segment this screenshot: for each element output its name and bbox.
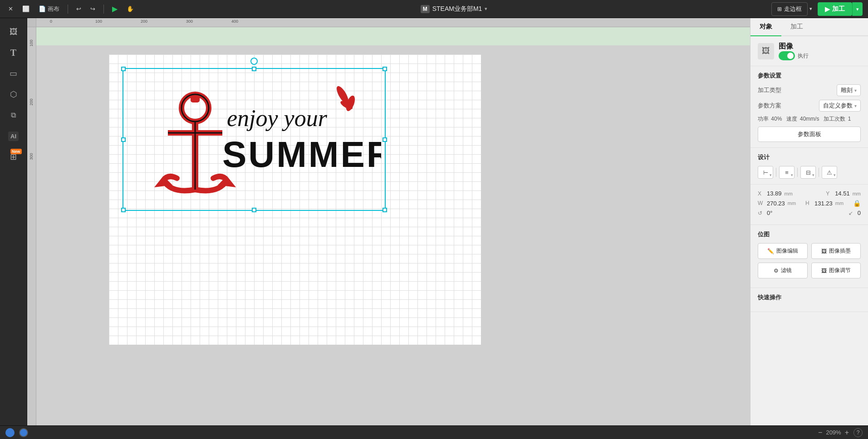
process-type-dropdown[interactable]: 雕刻 ▾ (837, 84, 861, 96)
filter-button[interactable]: ⚙ 滤镜 (758, 263, 808, 278)
undo-button[interactable]: ↩ (74, 4, 84, 14)
design-icons-row: ⊢ ▾ ≡ ▾ ⊟ ▾ ⚠ ▾ (758, 166, 861, 179)
sidebar-item-copy[interactable]: ⧉ (5, 106, 23, 124)
y-label: Y (826, 190, 832, 197)
x-coord-row: X 13.89 mm Y 14.51 mm (758, 190, 861, 197)
bitmap-section: 位图 ✏️ 图像编辑 🖼 图像插墨 ⚙ 滤镜 🖼 图像调节 (750, 225, 868, 288)
process-type-label: 加工类型 (758, 86, 781, 94)
main-area: 🖼 T ▭ ⬡ ⧉ AI New ⊞ 0 100 200 (0, 18, 868, 425)
bottom-circle-2[interactable] (19, 428, 28, 437)
bottom-bar: − 209% + ? (0, 425, 868, 439)
distribute-btn[interactable]: ⊟ ▾ (800, 166, 816, 179)
distribute-icon: ⊟ (806, 169, 811, 176)
image-icon-box: 🖼 (758, 43, 774, 59)
process-button[interactable]: ▶ 加工 (818, 2, 852, 16)
process-dropdown-button[interactable]: ▾ (852, 2, 863, 16)
align-left-icon: ⊢ (763, 169, 768, 176)
process-group: ▶ 加工 ▾ (818, 2, 863, 16)
design-title: 设计 (758, 153, 861, 161)
redo-button[interactable]: ↪ (88, 4, 98, 14)
tab-process[interactable]: 加工 (781, 18, 812, 36)
layer-indicator[interactable] (5, 428, 15, 437)
copy-icon: ⧉ (11, 111, 16, 119)
bitmap-actions: ✏️ 图像编辑 🖼 图像插墨 ⚙ 滤镜 🖼 图像调节 (758, 243, 861, 278)
hand-tool-button[interactable]: ✋ (124, 4, 137, 14)
scheme-value: 自定义参数 (823, 102, 853, 110)
chevron-icon: ▾ (854, 88, 857, 93)
execute-label: 执行 (798, 52, 809, 60)
canvas-board[interactable]: enjoy your SUMMER (109, 54, 481, 345)
redo-icon: ↪ (90, 5, 95, 12)
zoom-minus-button[interactable]: − (818, 429, 822, 437)
filter-icon: ⚙ (774, 268, 779, 274)
maximize-button[interactable]: ⬜ (20, 4, 32, 14)
ruler-tick-100-v: 100 (29, 39, 34, 46)
chevron-icon-f: ▾ (834, 173, 836, 177)
sidebar-item-shape[interactable]: ⬡ (5, 85, 23, 103)
selected-image-container[interactable]: enjoy your SUMMER (123, 68, 386, 211)
rotation-icon: ↺ (758, 210, 764, 216)
help-button[interactable]: ? (853, 428, 863, 437)
ruler-tick-400: 400 (231, 19, 238, 24)
align-center-btn[interactable]: ≡ ▾ (779, 166, 794, 179)
scheme-dropdown[interactable]: 自定义参数 ▾ (819, 100, 861, 112)
execute-toggle[interactable] (779, 51, 795, 60)
image-adjust-button[interactable]: 🖼 图像调节 (811, 263, 861, 278)
x-label: X (758, 190, 764, 197)
image-header-row: 🖼 图像 执行 (750, 36, 868, 66)
image-edit-button[interactable]: ✏️ 图像编辑 (758, 243, 808, 259)
sidebar-item-text[interactable]: T (5, 44, 23, 62)
zoom-plus-button[interactable]: + (845, 429, 849, 437)
power-label: 功率 40% (758, 115, 782, 123)
power-speed-row: 功率 40% 速度 40mm/s 加工次数 1 (758, 115, 861, 123)
summer-graphic-svg: enjoy your SUMMER (127, 72, 381, 208)
close-button[interactable]: ✕ (5, 4, 16, 14)
image-icon: 🖼 (10, 27, 18, 37)
new-badge: New (10, 149, 22, 154)
maximize-icon: ⬜ (22, 5, 29, 12)
param-panel-button[interactable]: 参数面板 (758, 127, 861, 142)
chevron-icon-d: ▾ (812, 173, 814, 177)
speed-label: 速度 40mm/s (786, 115, 819, 123)
right-panel: 对象 加工 🖼 图像 执行 参数设置 加工类型 雕刻 (750, 18, 868, 425)
sidebar-item-apps[interactable]: New ⊞ (5, 148, 23, 166)
align-left-btn[interactable]: ⊢ ▾ (758, 166, 773, 179)
align-icon: ≡ (785, 169, 789, 176)
tab-object[interactable]: 对象 (750, 18, 781, 36)
project-title[interactable]: M STEAM业务部M1 ▾ (421, 5, 488, 13)
lock-icon[interactable]: 🔒 (853, 200, 861, 207)
canvas-green-accent (36, 27, 750, 45)
canvas-icon: 📄 (39, 5, 46, 12)
border-cut-button[interactable]: ⊞ 走边框 (771, 2, 808, 16)
chevron-icon-al: ▾ (770, 173, 772, 177)
play-button[interactable]: ▶ (109, 3, 120, 15)
sidebar-item-ai[interactable]: AI (5, 127, 23, 145)
toggle-row: 执行 (779, 51, 809, 60)
undo-icon: ↩ (76, 5, 81, 12)
h-label: H (805, 200, 812, 206)
chevron-down-icon-border: ▾ (809, 6, 812, 12)
separator-1 (68, 5, 68, 14)
w-value: 270.23 (767, 200, 785, 207)
chevron-down-icon: ▾ (485, 6, 487, 12)
corner-icon: ↙ (848, 210, 855, 216)
sidebar-item-image[interactable]: 🖼 (5, 23, 23, 41)
ruler-left: 100 200 300 (27, 27, 36, 425)
y-unit: mm (853, 191, 861, 196)
adjust-icon: 🖼 (821, 268, 827, 274)
adjust-label: 图像调节 (829, 267, 851, 274)
flip-icon: ⚠ (827, 169, 832, 176)
y-value: 14.51 (835, 190, 850, 197)
sidebar-item-rect[interactable]: ▭ (5, 64, 23, 83)
canvas-button[interactable]: 📄 画布 (36, 3, 62, 15)
border-cut-dropdown[interactable]: ▾ (808, 4, 814, 14)
image-insert-button[interactable]: 🖼 图像插墨 (811, 243, 861, 259)
rotation-value: 0° (767, 210, 772, 216)
canvas-area[interactable]: 0 100 200 300 400 100 200 300 (27, 18, 750, 425)
rotate-handle[interactable] (250, 58, 258, 65)
hand-icon: ✋ (127, 5, 134, 12)
edit-icon: ✏️ (767, 248, 774, 254)
project-name-label: STEAM业务部M1 (432, 5, 482, 13)
flip-btn[interactable]: ⚠ ▾ (822, 166, 837, 179)
canvas-workspace[interactable]: enjoy your SUMMER (36, 27, 750, 425)
